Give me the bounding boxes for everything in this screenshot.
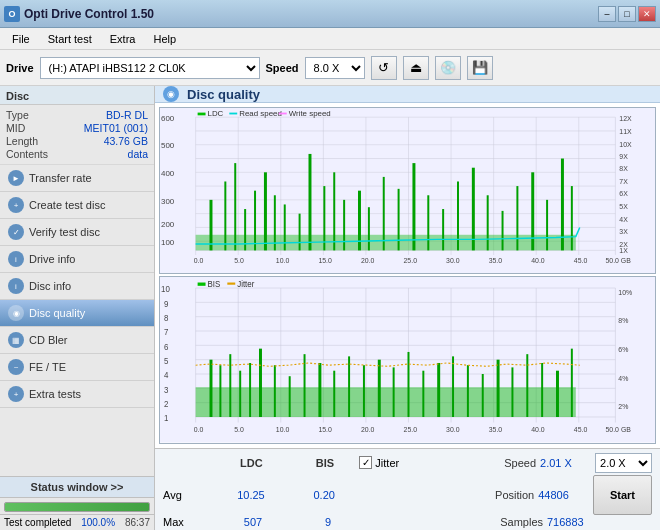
speed-select[interactable]: 8.0 X (305, 57, 365, 79)
cd-bler-label: CD Bler (29, 334, 68, 346)
svg-text:8: 8 (164, 313, 169, 324)
disc-section: Disc (0, 86, 154, 105)
svg-text:5X: 5X (619, 203, 628, 210)
svg-rect-138 (219, 366, 221, 418)
svg-rect-161 (541, 363, 543, 417)
svg-text:10%: 10% (618, 288, 632, 297)
svg-text:200: 200 (161, 221, 174, 230)
samples-label: Samples (483, 516, 543, 528)
titlebar-buttons: – □ ✕ (598, 6, 656, 22)
bis-chart-svg: 10 9 8 7 6 5 4 3 2 1 10% 8% 6% 4% 2% (160, 277, 655, 442)
create-test-disc-label: Create test disc (29, 199, 105, 211)
mid-label: MID (6, 122, 25, 134)
mid-value: MEIT01 (001) (84, 122, 148, 134)
drive-select[interactable]: (H:) ATAPI iHBS112 2 CL0K (40, 57, 260, 79)
svg-rect-64 (333, 172, 335, 250)
svg-rect-67 (368, 207, 370, 250)
sidebar-item-create-test-disc[interactable]: + Create test disc (0, 192, 154, 219)
max-label: Max (163, 516, 213, 528)
jitter-label: Jitter (375, 457, 399, 469)
menu-file[interactable]: File (4, 31, 38, 47)
extra-tests-icon: + (8, 386, 24, 402)
svg-text:8X: 8X (619, 166, 628, 173)
sidebar-item-drive-info[interactable]: i Drive info (0, 246, 154, 273)
sidebar: Disc Type BD-R DL MID MEIT01 (001) Lengt… (0, 86, 155, 530)
close-button[interactable]: ✕ (638, 6, 656, 22)
svg-rect-153 (422, 371, 424, 417)
svg-rect-77 (516, 186, 518, 250)
svg-text:0.0: 0.0 (194, 257, 204, 264)
svg-text:5.0: 5.0 (234, 257, 244, 264)
contents-label: Contents (6, 148, 48, 160)
svg-text:0.0: 0.0 (194, 425, 204, 434)
refresh-button[interactable]: ↺ (371, 56, 397, 80)
svg-text:7: 7 (164, 327, 169, 338)
svg-text:100: 100 (161, 238, 174, 247)
svg-text:4%: 4% (618, 374, 628, 383)
svg-text:12X: 12X (619, 115, 632, 122)
svg-rect-69 (398, 189, 400, 251)
svg-rect-166 (227, 283, 235, 285)
transfer-rate-label: Transfer rate (29, 172, 92, 184)
sidebar-item-transfer-rate[interactable]: ► Transfer rate (0, 165, 154, 192)
minimize-button[interactable]: – (598, 6, 616, 22)
svg-text:6%: 6% (618, 345, 628, 354)
svg-rect-164 (198, 283, 206, 286)
length-label: Length (6, 135, 38, 147)
start-button[interactable]: Start (593, 475, 652, 515)
stats-header-row: LDC BIS ✓ Jitter Speed 2.01 X 2.0 X (163, 453, 652, 473)
svg-rect-158 (497, 360, 500, 417)
speed-select-small[interactable]: 2.0 X (595, 453, 652, 473)
svg-text:6X: 6X (619, 190, 628, 197)
menu-start-test[interactable]: Start test (40, 31, 100, 47)
content-header: ◉ Disc quality (155, 86, 660, 103)
eject-button[interactable]: ⏏ (403, 56, 429, 80)
sidebar-item-extra-tests[interactable]: + Extra tests (0, 381, 154, 408)
ldc-chart: 600 500 400 300 200 100 12X 11X 10X 9X 8… (159, 107, 656, 274)
jitter-checkbox[interactable]: ✓ (359, 456, 372, 469)
svg-text:25.0: 25.0 (404, 257, 418, 264)
svg-text:3X: 3X (619, 228, 628, 235)
svg-rect-63 (323, 186, 325, 250)
app-icon: O (4, 6, 20, 22)
svg-rect-151 (393, 368, 395, 418)
menu-help[interactable]: Help (145, 31, 184, 47)
svg-text:7X: 7X (619, 178, 628, 185)
svg-rect-74 (472, 168, 475, 251)
svg-rect-70 (412, 163, 415, 250)
sidebar-item-disc-info[interactable]: i Disc info (0, 273, 154, 300)
jitter-control: ✓ Jitter (359, 456, 477, 469)
svg-text:25.0: 25.0 (404, 425, 417, 434)
svg-rect-55 (234, 163, 236, 250)
svg-rect-162 (556, 371, 559, 417)
save-button[interactable]: 💾 (467, 56, 493, 80)
sidebar-item-fe-te[interactable]: ~ FE / TE (0, 354, 154, 381)
app-title: Opti Drive Control 1.50 (24, 7, 154, 21)
status-window-button[interactable]: Status window >> (0, 477, 154, 498)
svg-text:10: 10 (161, 284, 170, 295)
svg-rect-160 (526, 355, 528, 418)
samples-value: 716883 (543, 516, 603, 528)
progress-fill (5, 503, 149, 511)
sidebar-item-cd-bler[interactable]: ▦ CD Bler (0, 327, 154, 354)
verify-test-disc-label: Verify test disc (29, 226, 100, 238)
ldc-chart-svg: 600 500 400 300 200 100 12X 11X 10X 9X 8… (160, 108, 655, 273)
svg-text:11X: 11X (619, 128, 632, 135)
sidebar-item-disc-quality[interactable]: ◉ Disc quality (0, 300, 154, 327)
svg-text:300: 300 (161, 197, 174, 206)
sidebar-item-verify-test-disc[interactable]: ✓ Verify test disc (0, 219, 154, 246)
svg-text:45.0: 45.0 (574, 257, 588, 264)
burn-button[interactable]: 💿 (435, 56, 461, 80)
stats-max-row: Max 507 9 Samples 716883 (163, 516, 652, 528)
svg-rect-154 (437, 363, 440, 417)
svg-text:20.0: 20.0 (361, 425, 374, 434)
menu-extra[interactable]: Extra (102, 31, 144, 47)
maximize-button[interactable]: □ (618, 6, 636, 22)
stats-area: LDC BIS ✓ Jitter Speed 2.01 X 2.0 X Avg … (155, 448, 660, 530)
svg-rect-157 (482, 374, 484, 417)
fe-te-label: FE / TE (29, 361, 66, 373)
svg-text:45.0: 45.0 (574, 425, 587, 434)
svg-text:500: 500 (161, 142, 174, 151)
svg-text:15.0: 15.0 (318, 425, 331, 434)
svg-rect-136 (196, 388, 576, 418)
